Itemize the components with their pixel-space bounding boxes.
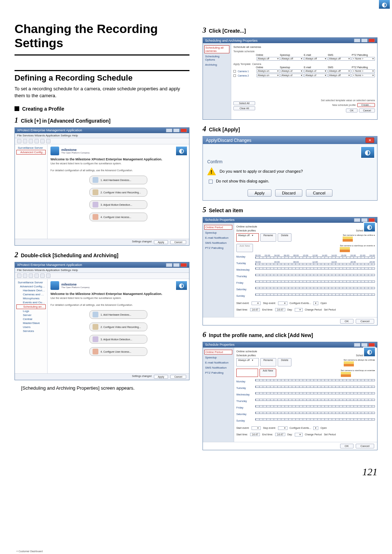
toolbar-icon[interactable] [40,139,45,143]
day-timeline[interactable] [255,392,375,394]
cam-ptz-select[interactable]: < None >▾ [352,69,375,73]
tree-item[interactable]: Server [16,313,46,317]
toolbar-icon[interactable] [23,274,27,278]
task-motion-detection[interactable]: 3. Adjust Motion Detection... [89,335,147,344]
task-add-hardware[interactable]: 1. Add Hardware Devices... [89,176,147,184]
nav-ptz[interactable]: PTZ Patrolling [204,246,232,250]
stop-event-select[interactable]: ▾ [278,426,287,430]
nav-speedup[interactable]: Speedup [204,356,232,360]
tree-item-scheduling[interactable]: Scheduling and Archiving [16,304,46,309]
cam-online-select[interactable]: Always on▾ [257,69,280,73]
minimize-icon[interactable] [166,128,172,132]
apply-button[interactable]: Apply [154,375,168,379]
task-add-hardware[interactable]: 1. Add Hardware Devices... [89,310,147,319]
cancel-button[interactable]: Cancel [356,444,374,448]
ok-button[interactable]: OK [340,319,354,324]
nav-email[interactable]: E-mail Notification [204,361,232,365]
start-event-select[interactable]: ▾ [252,426,261,430]
cancel-button[interactable]: Cancel [170,240,186,244]
day-timeline[interactable] [255,379,375,381]
end-time-input[interactable]: 14:47 [275,308,285,311]
select-all-button[interactable]: Select All [233,101,255,105]
close-icon[interactable] [180,128,187,132]
tree-root[interactable]: Surveillance Server [16,146,46,150]
nav-scheduling-options[interactable]: Scheduling Options [204,54,229,62]
start-time-input[interactable]: 14:47 [250,308,260,311]
nav-speedup[interactable]: Speedup [204,231,232,235]
profile-select[interactable]: Always off▾ [236,358,259,366]
open-button[interactable]: Open [320,427,327,429]
day-timeline[interactable] [255,399,375,401]
tree-item[interactable]: Cameras and Storage [16,292,46,296]
day-timeline[interactable] [255,267,375,270]
toolbar-icon[interactable] [46,139,50,143]
toolbar-icon[interactable] [23,139,27,143]
close-icon[interactable] [368,343,375,347]
day-timeline[interactable] [255,280,375,283]
nav-online-period[interactable]: Online Period [204,225,232,230]
toolbar-icon[interactable] [29,139,33,143]
minimize-icon[interactable] [354,38,360,42]
nav-sms[interactable]: SMS Notification [204,366,232,370]
open-select[interactable]: ▾ [313,301,318,305]
add-new-button[interactable]: Add New [236,244,253,252]
template-speedup-select[interactable]: Always off▾ [281,57,304,61]
close-icon[interactable]: ✕ [366,138,374,143]
set-period-button[interactable]: Set Period [324,308,336,311]
task-motion-detection[interactable]: 3. Adjust Motion Detection... [89,200,147,209]
row-checkbox[interactable] [233,70,236,73]
open-select[interactable]: ▾ [313,426,318,430]
day-timeline[interactable] [255,287,375,289]
rename-button[interactable]: Rename [260,233,276,242]
task-configure-video[interactable]: 2. Configure Video and Recording... [89,323,147,331]
cam-ptz-select[interactable]: < None >▾ [352,74,375,77]
tree-item[interactable]: Microphones [16,296,46,300]
maximize-icon[interactable] [173,128,180,132]
task-user-access[interactable]: 4. Configure User Access... [89,213,147,221]
tree-item[interactable]: Services [16,329,46,333]
configure-events-button[interactable]: Configure Events... [290,302,311,304]
day-timeline[interactable] [255,418,375,420]
open-button[interactable]: Open [320,302,327,304]
cam-speedup-select[interactable]: Always of▾ [281,74,304,77]
toolbar-icon[interactable] [17,274,21,278]
day-select[interactable]: ▾ [295,433,303,436]
tree-item[interactable]: Hardware Devices [16,288,46,292]
day-select[interactable]: ▾ [295,308,303,312]
tree-item[interactable]: Logs [16,309,46,313]
clear-all-button[interactable]: Clear All [233,106,255,110]
nav-tree[interactable]: Surveillance Server Advanced Configurati… [15,144,48,239]
sched-side-nav[interactable]: Online Period Speedup E-mail Notificatio… [203,223,234,317]
minimize-icon[interactable] [166,263,172,267]
delete-button[interactable]: Delete [278,358,291,366]
cam-email-select[interactable]: Always of▾ [304,69,327,73]
tree-root[interactable]: Surveillance Server [16,280,46,284]
maximize-icon[interactable] [173,263,180,267]
apply-button[interactable]: Apply [248,189,271,197]
rename-button[interactable]: Rename [260,358,276,366]
dont-show-checkbox[interactable] [209,180,213,184]
template-email-select[interactable]: Always off▾ [304,57,327,61]
tree-advanced-config[interactable]: Advanced Configuration [16,150,46,155]
minimize-icon[interactable] [354,343,360,347]
nav-sms[interactable]: SMS Notification [204,241,232,245]
tree-item[interactable]: Users [16,325,46,329]
template-ptz-select[interactable]: < None >▾ [352,57,375,61]
profile-name-input[interactable] [236,369,258,377]
tree-advanced-config[interactable]: Advanced Configuration [16,284,46,288]
day-timeline[interactable] [255,274,375,276]
day-timeline[interactable] [255,412,375,414]
tree-item[interactable]: Central [16,317,46,321]
cancel-button[interactable]: Cancel [170,375,186,379]
discard-button[interactable]: Discard [275,189,302,197]
cam-online-select[interactable]: Always on▾ [257,74,280,77]
cancel-button[interactable]: Cancel [306,189,332,197]
day-timeline[interactable] [255,386,375,388]
cam-sms-select[interactable]: Always off▾ [328,74,351,77]
delete-button[interactable]: Delete [278,233,291,242]
profile-select[interactable]: Always off▾ [236,233,259,242]
day-timeline[interactable] [255,405,375,407]
menu-bar[interactable]: File Services Wizards Application Settin… [15,268,189,273]
nav-online-period[interactable]: Online Period [204,350,232,354]
toolbar-icon[interactable] [34,139,39,143]
